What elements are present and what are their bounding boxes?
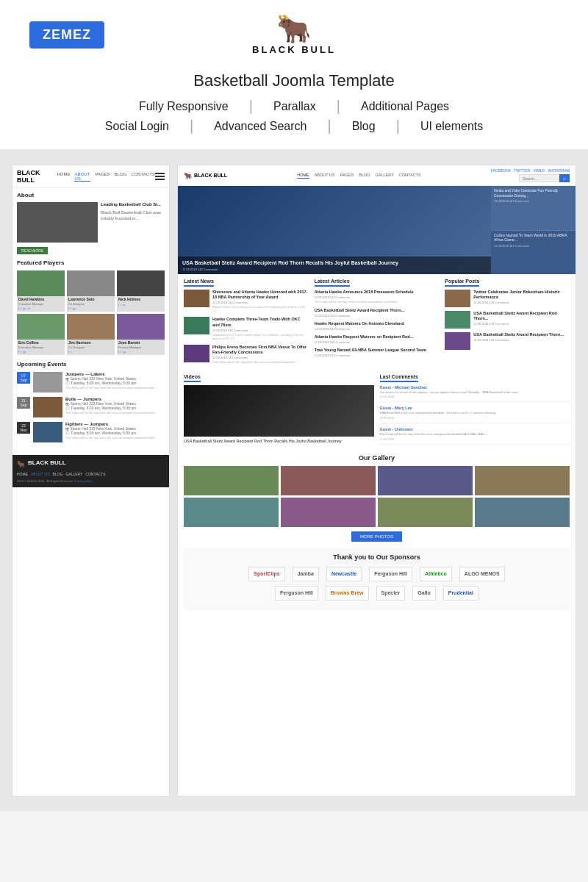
- rp-gallery-item-3[interactable]: [378, 466, 473, 495]
- rp-sponsor-newcastle[interactable]: Newcastle: [326, 567, 362, 581]
- rp-comment-text-1: You wrote a lot of info of this solution…: [380, 390, 570, 395]
- rp-sponsor-algomenos[interactable]: ALGO MENOS: [459, 567, 505, 581]
- rp-nav-gallery[interactable]: GALLERY: [376, 173, 394, 179]
- lp-event-text-1: This friday will be the day when the mos…: [65, 386, 165, 390]
- lp-read-more-btn[interactable]: READ MORE: [17, 247, 48, 254]
- lp-player-card: David Hawkins Executive Manager ftg+in: [17, 270, 65, 312]
- lp-player-social-4: ftg+: [17, 350, 65, 355]
- rp-gallery-item-4[interactable]: [475, 466, 570, 495]
- rp-hero: USA Basketball Steitz Award Recipient Ro…: [178, 186, 576, 274]
- rp-gallery-item-2[interactable]: [281, 466, 376, 495]
- rp-popular-info-1: Twitter Celebrates Junior Bokenham Histo…: [473, 290, 570, 304]
- rp-article-meta-3: 12.09.2018 143 Comments: [315, 327, 404, 331]
- rp-latest-articles-title: Latest Articles: [315, 279, 350, 287]
- rp-video-thumb[interactable]: ▶: [184, 385, 374, 437]
- rp-comment-meta-3: 12.09.2018: [380, 437, 570, 441]
- lp-upcoming-events-title: Upcoming Events: [12, 357, 169, 370]
- rp-hero-caption-meta: 12.09.2018 143 Comments: [182, 268, 487, 271]
- lp-nav-pages[interactable]: PAGES: [95, 172, 110, 182]
- rp-sponsor-gallo[interactable]: Gallo: [412, 586, 436, 600]
- rp-more-photos-btn[interactable]: MORE PHOTOS: [351, 531, 402, 542]
- lp-nav-about[interactable]: ABOUT US: [74, 172, 90, 182]
- rp-instagram-link[interactable]: INSTAGRAM: [548, 168, 570, 173]
- rp-comment-author-3: Guest - Unknown: [380, 427, 570, 431]
- rp-nav-blog[interactable]: BLOG: [359, 173, 370, 179]
- lp-nav-contacts[interactable]: CONTACTS: [131, 172, 155, 182]
- rp-sponsor-athletico[interactable]: Athletico: [420, 567, 452, 581]
- brand-logo: 🐂 BLACK BULL: [252, 15, 336, 55]
- rp-news-info-2: Hawks Complete Three-Team Trade With OKC…: [212, 317, 309, 340]
- rp-gallery-item-5[interactable]: [184, 498, 279, 527]
- rp-sponsor-jamba[interactable]: Jamba: [293, 567, 319, 581]
- lp-event-img-2: [33, 397, 62, 417]
- brand-name: BLACK BULL: [252, 44, 336, 55]
- rp-news-info-3: Philips Arena Becomes First NBA Venue To…: [212, 345, 309, 365]
- rp-article-item-4: Atlanta Hawks Request Waivers on Recipie…: [315, 334, 440, 344]
- rp-twitter-link[interactable]: TWITTER: [514, 168, 530, 173]
- lp-player-img-3: [117, 270, 165, 296]
- lp-nav-home[interactable]: HOME: [57, 172, 70, 182]
- rp-comment-text-3: This friday will be the day when the mos…: [380, 432, 570, 437]
- rp-article-meta-1: 12.09.2018 143 Comments: [315, 295, 414, 299]
- rp-comment-text-2: NBA Basketball is the most anticipated b…: [380, 411, 570, 415]
- rp-comments-col: Last Comments Guest - Michael Sanchez Yo…: [380, 374, 570, 448]
- rp-latest-news-col: Latest News Shorecare and Atlanta Hawks …: [184, 279, 309, 368]
- rp-nav-about[interactable]: ABOUT US: [315, 173, 335, 179]
- lp-footer-nav-gallery[interactable]: GALLERY: [65, 472, 82, 476]
- rp-videos-col: Videos ▶ USA Basketball Steitz Award Rec…: [184, 374, 374, 448]
- lp-event-img-3: [33, 422, 62, 442]
- lp-nav-blog[interactable]: BLOG: [115, 172, 127, 182]
- right-panel: 🐂 BLACK BULL HOME ABOUT US PAGES BLOG GA…: [177, 165, 576, 797]
- rp-gallery-item-1[interactable]: [184, 466, 279, 495]
- rp-search: ⌕: [519, 174, 570, 182]
- lp-event-time-1: 🕗 Tuesday, 8:00 am, Wednesday, 5:00 pm: [65, 381, 165, 385]
- rp-nav-pages[interactable]: PAGES: [340, 173, 354, 179]
- template-title: Basketball Joomla Template: [193, 71, 395, 90]
- rp-article-item-1: Atlanta Hawks Announce 2018 Preseason Sc…: [315, 290, 440, 304]
- rp-sponsor-sportclips[interactable]: SportClips: [248, 567, 284, 581]
- lp-about-text: Black Bull Basketball Club was initially…: [101, 208, 165, 223]
- rp-facebook-link[interactable]: FACEBOOK: [491, 168, 512, 173]
- rp-popular-meta-2: 12.09.2018 143 Comments: [473, 322, 570, 326]
- feature-additional-pages: Additional Pages: [351, 100, 459, 113]
- rp-sponsor-prudential[interactable]: Prudential: [443, 586, 478, 600]
- sep-3: |: [179, 118, 204, 135]
- lp-footer-nav-blog[interactable]: BLOG: [52, 472, 62, 476]
- rp-comment-2: Guest - Mary Lee NBA Basketball is the m…: [380, 406, 570, 423]
- rp-popular-img-3: [445, 332, 470, 350]
- rp-nav-contacts[interactable]: CONTACTS: [399, 173, 421, 179]
- rp-vimeo-link[interactable]: VIMEO: [534, 168, 545, 173]
- rp-gallery-item-7[interactable]: [378, 498, 473, 527]
- rp-news-img-2: [184, 317, 209, 334]
- sep-5: |: [386, 118, 410, 135]
- rp-gallery-item-8[interactable]: [475, 498, 570, 527]
- lp-footer-nav-about[interactable]: ABOUT US: [31, 472, 49, 476]
- lp-player-card: Eric Collins Executive Manager ftg+: [17, 314, 65, 355]
- rp-news-meta-3: 12.09.2018 143 Comments: [212, 356, 309, 359]
- rp-sponsor-fergusonhill-2[interactable]: Ferguson Hill: [275, 586, 318, 600]
- rp-sponsors-section: Thank you to Our Sponsors SportClips Jam…: [184, 548, 570, 611]
- lp-footer-nav: HOME ABOUT US BLOG GALLERY CONTACTS: [17, 472, 165, 476]
- rp-search-input[interactable]: [519, 174, 559, 182]
- rp-sponsor-specter[interactable]: Specter: [376, 586, 406, 600]
- lp-footer-nav-contacts[interactable]: CONTACTS: [85, 472, 105, 476]
- rp-comment-1: Guest - Michael Sanchez You wrote a lot …: [380, 385, 570, 403]
- rp-sponsor-fergusonhill-1[interactable]: Ferguson Hill: [369, 567, 412, 581]
- rp-nav: HOME ABOUT US PAGES BLOG GALLERY CONTACT…: [297, 173, 420, 179]
- lp-privacy-link[interactable]: Privacy policy: [74, 479, 92, 483]
- hamburger-icon[interactable]: [155, 173, 165, 180]
- rp-videos-section: Videos ▶ USA Basketball Steitz Award Rec…: [184, 374, 570, 448]
- rp-social-links: FACEBOOK TWITTER VIMEO INSTAGRAM: [491, 168, 570, 173]
- rp-sponsor-brownsbrew[interactable]: Browns Brew: [326, 586, 369, 600]
- rp-article-meta-2: 12.09.2018 143 Comments: [315, 314, 405, 318]
- rp-nav-home[interactable]: HOME: [297, 173, 309, 179]
- zemez-logo[interactable]: ZEMEZ: [29, 21, 104, 49]
- rp-article-title-1: Atlanta Hawks Announce 2018 Preseason Sc…: [315, 290, 414, 295]
- lp-player-social-6: ftg+: [117, 350, 165, 355]
- rp-gallery-item-6[interactable]: [281, 498, 376, 527]
- lp-about-image: [17, 202, 98, 243]
- rp-search-button[interactable]: ⌕: [559, 174, 570, 182]
- lp-player-card: Jose Barrett Finance Manager ftg+: [117, 314, 165, 355]
- rp-hero-side-item-1: Hedia and Yoke Celebrate Fun Friendly Co…: [491, 186, 576, 231]
- lp-footer-nav-home[interactable]: HOME: [17, 472, 28, 476]
